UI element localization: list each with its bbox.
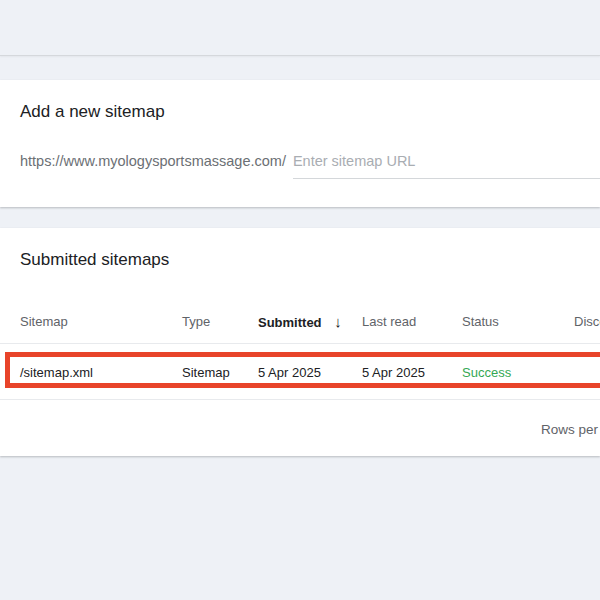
submitted-sitemaps-card: Submitted sitemaps Sitemap Type Submitte… <box>0 228 600 456</box>
sort-descending-arrow-icon: ↓ <box>334 313 342 330</box>
submitted-sitemaps-title: Submitted sitemaps <box>20 250 169 270</box>
add-sitemap-title: Add a new sitemap <box>20 102 165 122</box>
column-header-sitemap[interactable]: Sitemap <box>20 314 182 329</box>
cell-submitted-date: 5 Apr 2025 <box>258 365 362 380</box>
search-console-sitemaps-page: { "add_sitemap_card": { "title": "Add a … <box>0 0 600 600</box>
rows-per-page-label: Rows per page <box>541 421 600 436</box>
column-header-submitted[interactable]: Submitted ↓ <box>258 313 362 330</box>
table-row-sitemap-xml[interactable]: /sitemap.xml Sitemap 5 Apr 2025 5 Apr 20… <box>0 345 600 400</box>
column-header-type[interactable]: Type <box>182 314 258 329</box>
sitemap-url-input-row: https://www.myologysportsmassage.com/ <box>20 150 600 179</box>
topbar-bottom-divider <box>0 55 600 56</box>
table-pagination-bar: Rows per page <box>0 401 600 456</box>
sitemaps-table-header: Sitemap Type Submitted ↓ Last read Statu… <box>0 300 600 344</box>
column-header-discovered-pages[interactable]: Discovered pages <box>574 314 600 329</box>
cell-sitemap-path[interactable]: /sitemap.xml <box>20 365 182 380</box>
status-badge: Success <box>462 365 574 380</box>
column-header-submitted-label: Submitted <box>258 315 322 330</box>
add-sitemap-card: Add a new sitemap https://www.myologyspo… <box>0 80 600 207</box>
cell-type: Sitemap <box>182 365 258 380</box>
property-url-prefix: https://www.myologysportsmassage.com/ <box>20 150 286 172</box>
sitemap-url-input[interactable] <box>293 153 600 179</box>
column-header-last-read[interactable]: Last read <box>362 314 462 329</box>
column-header-status[interactable]: Status <box>462 314 574 329</box>
cell-last-read-date: 5 Apr 2025 <box>362 365 462 380</box>
